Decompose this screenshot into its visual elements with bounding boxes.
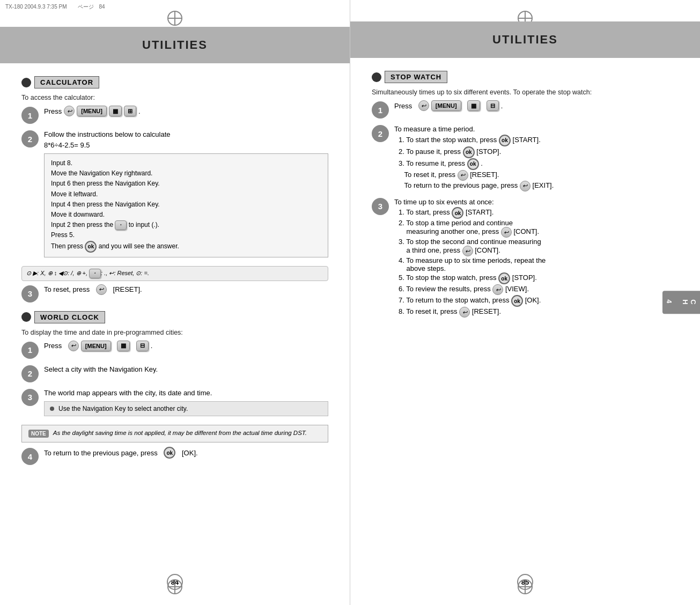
wc-step2-text: Select a city with the Navigation Key. (44, 365, 158, 373)
wc-step1-content: Press ↩ [MENU] ▦ ⊟ . (44, 341, 328, 351)
sw-ok2: ok (463, 146, 475, 158)
stopwatch-section-header: STOP WATCH (372, 71, 679, 83)
header-info: TX-180 2004.9.3 7:35 PM ページ 84 (0, 0, 350, 11)
inst-5: Input 4 then press the Navigation Key. (51, 200, 321, 210)
dot-key: · (115, 220, 127, 230)
step3-content: To reset, press ↩ [RESET]. (44, 284, 328, 295)
calculator-title: CALCULATOR (34, 76, 99, 88)
left-header-bar: UTILITIES (0, 27, 350, 63)
calculator-step2: 2 Follow the instructions below to calcu… (21, 129, 328, 261)
stopwatch-dot (372, 72, 381, 82)
note-badge: NOTE (28, 430, 49, 438)
sw-s3-i4: 4. To measure up to six time periods, re… (399, 256, 679, 272)
wc-key3: ⊟ (136, 341, 149, 351)
step2-content: Follow the instructions below to calcula… (44, 129, 328, 261)
sw-step2-title: To measure a time period. (394, 124, 679, 135)
sw-ok-s3-1: ok (452, 207, 463, 219)
bullet-text: Use the Navigation Key to select another… (58, 405, 188, 412)
wc-step3-text: The world map appears with the city, its… (44, 389, 212, 397)
calculator-dot (21, 78, 31, 87)
inst-6: Move it downward. (51, 210, 321, 220)
sw-s2-i3: 3. To resume it, press ok . (399, 158, 679, 170)
step3-press-row: To reset, press ↩ [RESET]. (44, 284, 328, 295)
inst-2: Move the Navigation Key rightward. (51, 168, 321, 179)
note-text: As the daylight saving time is not appli… (53, 430, 307, 436)
sw-step3-circle: 3 (372, 198, 389, 215)
step1-content: Press ↩ [MENU] ▦ ⊞ . (44, 106, 328, 116)
worldclock-title: WORLD CLOCK (34, 311, 105, 323)
sw-back2: ↩ (520, 181, 530, 191)
sw-key3: ⊟ (487, 100, 499, 111)
wc-step3-content: The world map appears with the city, its… (44, 388, 328, 420)
wc-step3-circle: 3 (21, 389, 39, 406)
wc-step4-key: [OK]. (182, 449, 198, 457)
sw-s3-i3: 3. To stop the second and continue measu… (399, 238, 679, 256)
step3-reset: [RESET]. (113, 285, 142, 293)
wc-step2-circle: 2 (21, 365, 39, 382)
sw-s3-i5: 5. To stop the stop watch, press ok [STO… (399, 272, 679, 284)
sw-back-s3-8: ↩ (459, 307, 470, 318)
inst-8: Press 5. (51, 230, 321, 240)
wc-step4: 4 To return to the previous page, press … (21, 447, 328, 465)
wc-step4-press-row: To return to the previous page, press ok… (44, 447, 328, 459)
ok-key-inst: ok (85, 241, 97, 253)
wc-step2-content: Select a city with the Navigation Key. (44, 364, 328, 375)
sw-period: . (501, 102, 503, 110)
calculator-description: To access the calculator: (21, 94, 328, 101)
worldclock-dot (21, 312, 31, 322)
step1-key2: ▦ (109, 106, 122, 116)
worldclock-description: To display the time and date in pre-prog… (21, 329, 328, 336)
wc-note-box: NOTE As the daylight saving time is not … (21, 425, 328, 442)
sw-key2: ▦ (467, 100, 480, 111)
step1-menu-key: [MENU] (77, 106, 107, 116)
sw-step3: 3 To time up to six events at once: 1. T… (372, 197, 679, 318)
stopwatch-title: STOP WATCH (385, 71, 447, 83)
right-header-title: UTILITIES (492, 33, 558, 47)
step3-circle: 3 (21, 285, 39, 302)
sw-step3-title: To time up to six events at once: (394, 197, 679, 208)
sw-back-s3-2: ↩ (462, 246, 473, 256)
step2-text: Follow the instructions below to calcula… (44, 129, 328, 150)
sw-s2-i5: To return to the previous page, press ↩ … (399, 181, 679, 191)
inst-9: Then press ok and you will see the answe… (51, 241, 321, 253)
step1-circle: 1 (21, 107, 39, 124)
step1-period: . (138, 107, 141, 115)
sw-s3-i2: 2. To stop a time period and continue me… (399, 219, 679, 238)
wc-step4-circle: 4 (21, 448, 39, 465)
sw-step1-press-row: Press ↩ [MENU] ▦ ⊟ . (394, 100, 679, 111)
step3-back-key: ↩ (96, 284, 107, 295)
sw-s2-i1: 1. To start the stop watch, press ok [ST… (399, 135, 679, 146)
wc-step4-content: To return to the previous page, press ok… (44, 447, 328, 459)
sym-key: · (89, 269, 101, 278)
sw-back-s3: ↩ (501, 227, 512, 238)
wc-step3: 3 The world map appears with the city, i… (21, 388, 328, 420)
wc-period: . (151, 342, 153, 350)
sw-step2-items: 1. To start the stop watch, press ok [ST… (399, 135, 679, 191)
sw-back-s3-6: ↩ (492, 284, 503, 295)
step1-press-row: Press ↩ [MENU] ▦ ⊞ . (44, 106, 328, 116)
step2-circle: 2 (21, 130, 39, 147)
sw-s2-i2: 2. To pause it, press ok [STOP]. (399, 146, 679, 158)
sw-menu-key: [MENU] (431, 100, 461, 111)
step1-back-key: ↩ (64, 106, 75, 116)
inst-4: Move it leftward. (51, 189, 321, 200)
worldclock-section-header: WORLD CLOCK (21, 311, 328, 323)
sw-step2-content: To measure a time period. 1. To start th… (394, 124, 679, 191)
sw-step1: 1 Press ↩ [MENU] ▦ ⊟ . (372, 100, 679, 119)
wc-menu-key: [MENU] (81, 341, 111, 351)
sw-s3-i1: 1. To start, press ok [START]. (399, 207, 679, 219)
wc-step1-press-row: Press ↩ [MENU] ▦ ⊟ . (44, 341, 328, 351)
left-page: TX-180 2004.9.3 7:35 PM ページ 84 UTILITIES… (0, 0, 350, 605)
bullet-dot (50, 407, 54, 411)
inst-7: Input 2 then press the · to input (.). (51, 220, 321, 230)
sw-step1-label: Press (394, 102, 412, 110)
sw-step3-items: 1. To start, press ok [START]. 2. To sto… (399, 207, 679, 318)
wc-step1-circle: 1 (21, 342, 39, 359)
step1-press-label: Press (44, 107, 62, 115)
right-page-content: STOP WATCH Simultaneously times up to si… (350, 58, 700, 331)
sw-s2-i4: To reset it, press ↩ [RESET]. (399, 170, 679, 181)
left-page-content: CALCULATOR To access the calculator: 1 P… (0, 63, 350, 479)
sw-step1-circle: 1 (372, 101, 389, 119)
sw-back1: ↩ (458, 170, 468, 181)
sw-s3-i6: 6. To review the results, press ↩ [VIEW]… (399, 284, 679, 295)
